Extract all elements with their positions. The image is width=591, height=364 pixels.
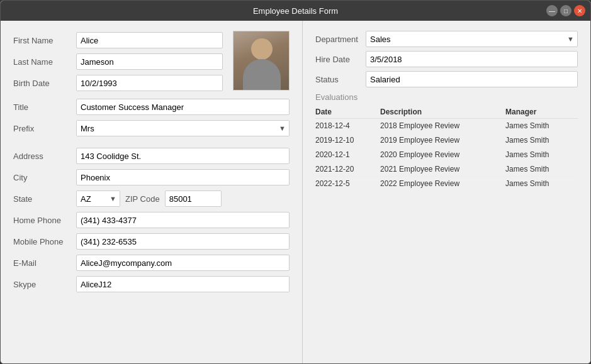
eval-table-row: 2021-12-202021 Employee ReviewJames Smit… xyxy=(315,162,578,177)
minimize-button[interactable]: — xyxy=(546,5,558,16)
close-button[interactable]: ✕ xyxy=(574,5,585,16)
evaluations-table: Date Description Manager 2018-12-42018 E… xyxy=(315,106,578,190)
eval-table-row: 2022-12-52022 Employee ReviewJames Smith xyxy=(315,177,578,191)
skype-input[interactable] xyxy=(76,276,290,292)
last-name-label: Last Name xyxy=(13,57,76,67)
evaluations-section: Evaluations Date Description Manager 201… xyxy=(315,92,578,190)
birth-date-input[interactable] xyxy=(76,75,223,91)
email-input[interactable] xyxy=(76,255,290,271)
person-body-shape xyxy=(243,59,281,91)
eval-cell-manager: James Smith xyxy=(505,148,578,162)
birth-date-row: Birth Date xyxy=(13,74,223,92)
person-head-shape xyxy=(251,38,273,60)
title-label: Title xyxy=(13,102,76,112)
department-row: Department Sales Marketing Engineering H… xyxy=(315,31,578,47)
first-name-label: First Name xyxy=(13,36,76,45)
eval-cell-date: 2018-12-4 xyxy=(315,119,380,133)
eval-table-header-row: Date Description Manager xyxy=(315,106,578,119)
city-row: City xyxy=(13,168,290,187)
address-row: Address xyxy=(13,146,290,165)
window-controls: — □ ✕ xyxy=(546,5,585,16)
titlebar: Employee Details Form — □ ✕ xyxy=(1,1,590,21)
top-section: First Name Last Name Birth Date xyxy=(13,31,290,94)
state-select-wrapper: AZ CA TX NY FL ▼ xyxy=(76,190,120,207)
hire-date-row: Hire Date xyxy=(315,51,578,67)
first-name-row: First Name xyxy=(13,31,223,50)
prefix-select-wrapper: Mrs Mr Ms Dr ▼ xyxy=(76,120,290,136)
birth-date-label: Birth Date xyxy=(13,79,76,88)
evaluations-header: Evaluations xyxy=(315,92,578,102)
employee-details-window: Employee Details Form — □ ✕ First Name xyxy=(0,0,591,364)
state-label: State xyxy=(13,194,76,204)
eval-cell-description: 2020 Employee Review xyxy=(380,148,505,162)
state-select[interactable]: AZ CA TX NY FL xyxy=(76,190,120,207)
home-phone-label: Home Phone xyxy=(13,216,76,225)
eval-cell-description: 2021 Employee Review xyxy=(380,162,505,177)
name-fields: First Name Last Name Birth Date xyxy=(13,31,223,94)
prefix-label: Prefix xyxy=(13,124,76,133)
status-row: Status xyxy=(315,71,578,87)
mobile-phone-label: Mobile Phone xyxy=(13,237,76,246)
eval-cell-description: 2022 Employee Review xyxy=(380,177,505,191)
state-zip-row: State AZ CA TX NY FL ▼ ZIP Code xyxy=(13,189,290,208)
eval-cell-manager: James Smith xyxy=(505,119,578,133)
photo-placeholder xyxy=(234,31,289,91)
zip-code-input[interactable] xyxy=(165,190,222,207)
eval-cell-date: 2021-12-20 xyxy=(315,162,380,177)
eval-table-row: 2018-12-42018 Employee ReviewJames Smith xyxy=(315,119,578,133)
eval-cell-manager: James Smith xyxy=(505,177,578,191)
eval-cell-manager: James Smith xyxy=(505,133,578,148)
eval-cell-date: 2019-12-10 xyxy=(315,133,380,148)
window-title: Employee Details Form xyxy=(253,6,338,16)
state-zip-controls: AZ CA TX NY FL ▼ ZIP Code xyxy=(76,190,290,207)
hire-date-input[interactable] xyxy=(366,51,578,67)
eval-cell-date: 2020-12-1 xyxy=(315,148,380,162)
first-name-input[interactable] xyxy=(76,32,223,48)
email-row: E-Mail xyxy=(13,253,290,272)
form-content: First Name Last Name Birth Date xyxy=(1,21,590,363)
eval-table-row: 2019-12-102019 Employee ReviewJames Smit… xyxy=(315,133,578,148)
eval-table-row: 2020-12-12020 Employee ReviewJames Smith xyxy=(315,148,578,162)
address-label: Address xyxy=(13,152,76,161)
status-label: Status xyxy=(315,75,366,84)
employee-photo xyxy=(233,31,290,91)
eval-col-date: Date xyxy=(315,106,380,119)
hire-date-label: Hire Date xyxy=(315,55,366,64)
status-input[interactable] xyxy=(366,71,578,87)
zip-code-label: ZIP Code xyxy=(125,194,160,204)
mobile-phone-input[interactable] xyxy=(76,233,290,250)
skype-label: Skype xyxy=(13,280,76,289)
last-name-input[interactable] xyxy=(76,53,223,70)
maximize-button[interactable]: □ xyxy=(560,5,571,16)
address-input[interactable] xyxy=(76,148,290,164)
eval-cell-description: 2019 Employee Review xyxy=(380,133,505,148)
eval-cell-date: 2022-12-5 xyxy=(315,177,380,191)
left-panel: First Name Last Name Birth Date xyxy=(1,21,303,363)
eval-cell-manager: James Smith xyxy=(505,162,578,177)
department-select-wrapper: Sales Marketing Engineering HR Finance ▼ xyxy=(366,31,578,47)
email-label: E-Mail xyxy=(13,258,76,268)
skype-row: Skype xyxy=(13,275,290,294)
city-label: City xyxy=(13,173,76,182)
department-select[interactable]: Sales Marketing Engineering HR Finance xyxy=(366,31,578,47)
mobile-phone-row: Mobile Phone xyxy=(13,232,290,251)
right-panel: Department Sales Marketing Engineering H… xyxy=(303,21,590,363)
title-input[interactable] xyxy=(76,99,290,115)
city-input[interactable] xyxy=(76,169,290,185)
title-row: Title xyxy=(13,97,290,116)
last-name-row: Last Name xyxy=(13,52,223,71)
eval-col-manager: Manager xyxy=(505,106,578,119)
eval-cell-description: 2018 Employee Review xyxy=(380,119,505,133)
eval-col-description: Description xyxy=(380,106,505,119)
prefix-select[interactable]: Mrs Mr Ms Dr xyxy=(76,120,290,136)
home-phone-row: Home Phone xyxy=(13,211,290,229)
prefix-row: Prefix Mrs Mr Ms Dr ▼ xyxy=(13,119,290,138)
department-label: Department xyxy=(315,35,366,44)
home-phone-input[interactable] xyxy=(76,212,290,228)
